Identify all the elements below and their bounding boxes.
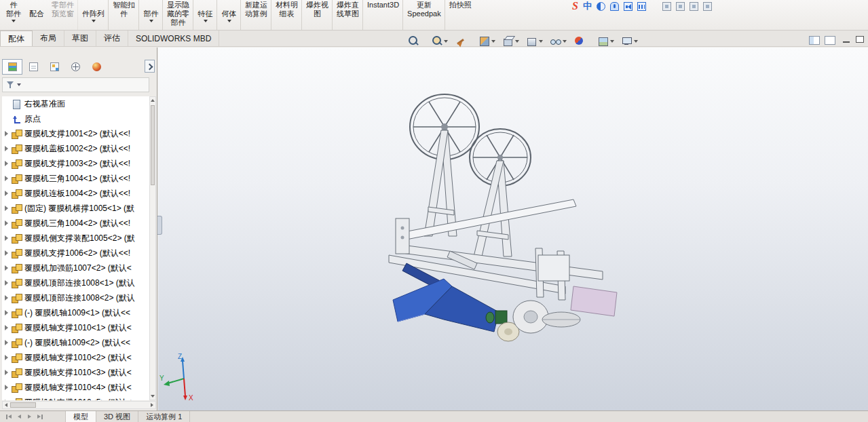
zoom-area-icon[interactable] xyxy=(431,35,442,47)
command-button[interactable]: 何体 xyxy=(218,0,241,31)
expander-icon[interactable] xyxy=(2,220,11,226)
tree-item[interactable]: (-) 覆膜机轴1009<1> (默认<< xyxy=(2,305,149,320)
command-button[interactable]: 拍快照 xyxy=(446,0,475,31)
expander-icon[interactable] xyxy=(2,355,11,360)
dropdown-caret-icon[interactable] xyxy=(315,18,320,23)
tree-item[interactable]: 覆膜机加强筋1007<2> (默认< xyxy=(2,261,149,275)
dropdown-caret-icon[interactable] xyxy=(149,18,154,23)
hud-tool[interactable] xyxy=(453,35,474,47)
hide-show-items-icon[interactable] xyxy=(550,35,561,47)
expander-icon[interactable] xyxy=(2,295,11,301)
expander-icon[interactable] xyxy=(2,385,11,390)
hud-tool[interactable] xyxy=(620,35,640,47)
dropdown-caret-icon[interactable] xyxy=(91,18,96,23)
dropdown-caret-icon[interactable] xyxy=(421,18,427,23)
tree-item[interactable]: 覆膜机轴支撑1010<4> (默认< xyxy=(2,380,149,395)
tree-item[interactable]: 覆膜机轴支撑1010<5> (默认< xyxy=(2,395,149,400)
ribbon-tab[interactable]: 配体 xyxy=(0,31,33,46)
hud-tool[interactable] xyxy=(430,35,450,47)
dropdown-caret-icon[interactable] xyxy=(284,18,290,23)
tree-item[interactable]: 原点 xyxy=(2,111,149,126)
command-button[interactable]: 材料明 细表 xyxy=(272,0,302,31)
dropdown-caret-icon[interactable] xyxy=(203,18,208,23)
command-button[interactable]: 件阵列 xyxy=(79,0,109,31)
expander-icon[interactable] xyxy=(2,340,11,345)
tree-item[interactable]: 右视基准面 xyxy=(2,96,149,111)
command-button[interactable]: 更新 Speedpak xyxy=(404,0,445,31)
dropdown-caret-icon[interactable] xyxy=(538,35,544,47)
edit-appearance-icon[interactable] xyxy=(573,35,585,47)
dimxpertmanager-tab[interactable] xyxy=(65,59,86,75)
tree-item[interactable]: 覆膜机支撑1003<2> (默认<<! xyxy=(2,156,149,171)
dropdown-caret-icon[interactable] xyxy=(60,18,66,23)
hud-tool[interactable] xyxy=(596,35,616,47)
expander-icon[interactable] xyxy=(2,146,11,151)
view-orientation-icon[interactable] xyxy=(502,35,514,47)
view-settings-icon[interactable] xyxy=(621,35,633,47)
document-tab[interactable]: 模型 xyxy=(65,411,96,422)
tab-scroll-next-icon[interactable] xyxy=(26,413,33,421)
tree-filter-bar[interactable] xyxy=(2,77,149,92)
tree-item[interactable]: (-) 覆膜机轴1009<2> (默认<< xyxy=(2,335,149,350)
model-3d-view[interactable]: Z Y X xyxy=(158,47,868,410)
tree-item[interactable]: 覆膜机顶部连接1008<2> (默认 xyxy=(2,290,149,305)
dropdown-caret-icon[interactable] xyxy=(345,18,351,23)
ime-language-icon[interactable]: 中 xyxy=(583,1,592,11)
dropdown-caret-icon[interactable] xyxy=(11,18,16,23)
tree-horizontal-scrollbar[interactable] xyxy=(2,401,156,409)
expander-icon[interactable] xyxy=(2,176,11,181)
system-tray-icon[interactable] xyxy=(703,2,712,11)
ribbon-tab[interactable]: SOLIDWORKS MBD xyxy=(128,31,219,46)
scrollbar-thumb[interactable] xyxy=(151,105,155,185)
speaker-icon[interactable] xyxy=(624,2,633,11)
expander-icon[interactable] xyxy=(2,206,11,211)
dropdown-caret-icon[interactable] xyxy=(457,18,463,23)
dropdown-caret-icon[interactable] xyxy=(419,35,425,47)
document-tab[interactable]: 3D 视图 xyxy=(96,411,138,422)
hud-tool[interactable] xyxy=(548,35,569,47)
dropdown-caret-icon[interactable] xyxy=(34,18,39,23)
tree-item[interactable]: 覆膜机轴支撑1010<2> (默认< xyxy=(2,350,149,365)
pane-split-icon[interactable] xyxy=(809,36,820,45)
expander-icon[interactable] xyxy=(2,191,11,196)
scroll-left-icon[interactable] xyxy=(3,402,10,408)
command-button[interactable]: 新建运 动算例 xyxy=(242,0,271,31)
tree-item[interactable]: 覆膜机支撑1006<2> (默认<<! xyxy=(2,246,149,261)
tab-scroll-first-icon[interactable] xyxy=(5,413,13,421)
film-reel-wheels[interactable] xyxy=(410,94,531,186)
side-plate[interactable] xyxy=(571,286,617,316)
dropdown-caret-icon[interactable] xyxy=(491,35,496,47)
ribbon-tab[interactable]: 布局 xyxy=(33,31,64,46)
blue-blade[interactable] xyxy=(393,279,499,332)
graphics-viewport[interactable]: Z Y X xyxy=(158,47,868,410)
hud-tool[interactable] xyxy=(525,35,545,47)
gearbox[interactable] xyxy=(495,311,507,324)
dropdown-caret-icon[interactable] xyxy=(227,18,232,23)
expander-icon[interactable] xyxy=(2,310,11,315)
hud-tool[interactable] xyxy=(501,35,521,47)
expander-icon[interactable] xyxy=(2,400,11,400)
panel-splitter-handle[interactable] xyxy=(157,216,162,235)
dropdown-caret-icon[interactable] xyxy=(633,35,639,47)
scroll-up-icon[interactable] xyxy=(150,97,155,104)
dropdown-caret-icon[interactable] xyxy=(121,18,127,23)
system-tray-icon[interactable] xyxy=(676,2,685,11)
system-tray-icon[interactable] xyxy=(662,2,671,11)
ribbon-tab[interactable]: 草图 xyxy=(64,31,96,46)
dropdown-caret-icon[interactable] xyxy=(381,18,386,23)
dropdown-caret-icon[interactable] xyxy=(17,83,21,86)
tree-item[interactable]: (固定) 覆膜机横撑1005<1> (默 xyxy=(2,201,149,216)
displaymanager-tab[interactable] xyxy=(86,59,107,75)
hud-tool[interactable] xyxy=(406,35,426,47)
expander-icon[interactable] xyxy=(2,161,11,166)
display-style-icon[interactable] xyxy=(526,35,537,47)
zoom-fit-icon[interactable] xyxy=(407,35,419,47)
expander-icon[interactable] xyxy=(2,235,11,241)
scroll-down-icon[interactable] xyxy=(150,393,155,400)
expander-icon[interactable] xyxy=(2,131,11,136)
tree-item[interactable]: 覆膜机三角1004<2> (默认<<! xyxy=(2,216,149,231)
scrollbar-thumb[interactable] xyxy=(10,402,36,408)
dropdown-caret-icon[interactable] xyxy=(176,27,181,31)
command-button[interactable]: 件 部件 xyxy=(2,0,25,31)
command-button[interactable]: 爆炸直 线草图 xyxy=(333,0,363,31)
